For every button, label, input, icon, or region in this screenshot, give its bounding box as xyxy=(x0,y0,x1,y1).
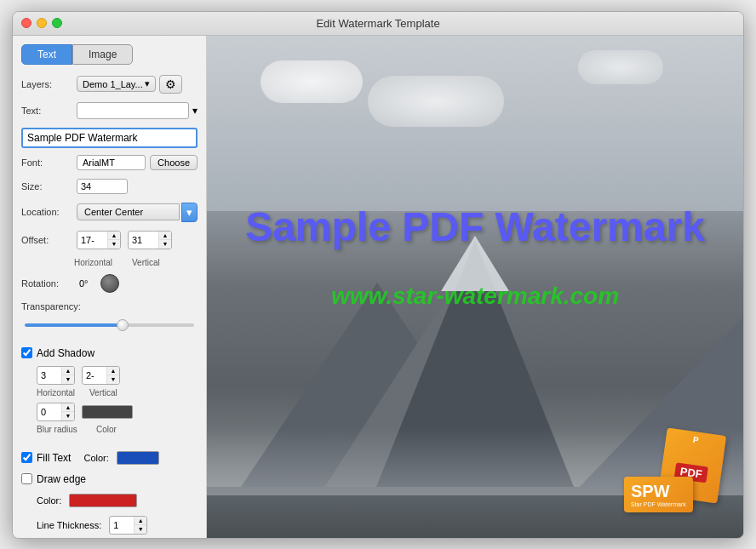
gear-icon: ⚙ xyxy=(165,77,176,91)
tab-bar: Text Image xyxy=(21,44,198,65)
cloud-3 xyxy=(578,50,663,84)
choose-font-button[interactable]: Choose xyxy=(150,155,198,170)
shadow-h-up[interactable]: ▲ xyxy=(62,367,74,375)
shadow-color-label: Color xyxy=(96,425,117,434)
close-button[interactable] xyxy=(21,18,32,28)
maximize-button[interactable] xyxy=(52,18,62,28)
layers-row: Layers: Demo 1_Lay... ▾ ⚙ xyxy=(21,75,198,94)
offset-vertical-value[interactable] xyxy=(129,233,158,247)
thickness-value[interactable] xyxy=(110,518,134,532)
transparency-slider-thumb[interactable] xyxy=(117,319,129,331)
thickness-down[interactable]: ▼ xyxy=(135,525,146,534)
shadow-v-up[interactable]: ▲ xyxy=(107,367,119,375)
blur-input[interactable]: ▲ ▼ xyxy=(37,403,75,421)
shadow-v-down[interactable]: ▼ xyxy=(107,375,119,384)
text-label-row: Text: ▾ xyxy=(21,102,198,119)
transparency-row: Transparency: xyxy=(21,301,198,312)
offset-h-down[interactable]: ▼ xyxy=(108,240,120,249)
titlebar: Edit Watermark Template xyxy=(13,12,743,36)
draw-edge-checkbox[interactable] xyxy=(21,473,32,484)
location-value: Center Center xyxy=(84,207,143,217)
size-row: Size: xyxy=(21,179,198,194)
shadow-checkbox[interactable] xyxy=(21,347,32,358)
shadow-h-value[interactable] xyxy=(37,369,61,382)
preview-area: Sample PDF Watermark www.star-watermark.… xyxy=(207,36,743,538)
draw-edge-label: Draw edge xyxy=(37,473,86,485)
fill-color-swatch[interactable] xyxy=(117,451,159,465)
tab-text[interactable]: Text xyxy=(21,44,72,65)
spw-text: SPW xyxy=(631,482,686,501)
blur-down[interactable]: ▼ xyxy=(62,412,74,420)
offset-horizontal-input[interactable]: ▲ ▼ xyxy=(77,231,121,249)
offset-h-up[interactable]: ▲ xyxy=(108,232,120,240)
blur-up[interactable]: ▲ xyxy=(62,403,74,412)
size-input[interactable] xyxy=(77,179,128,194)
font-label: Font: xyxy=(21,157,72,168)
blur-value[interactable] xyxy=(37,405,61,419)
location-label: Location: xyxy=(21,207,72,217)
sidebar: Text Image Layers: Demo 1_Lay... ▾ ⚙ xyxy=(13,36,207,538)
location-row: Location: Center Center ▾ xyxy=(21,203,198,222)
location-dropdown-arrow[interactable]: ▾ xyxy=(181,203,198,222)
layers-wrapper: Demo 1_Lay... ▾ ⚙ xyxy=(77,75,198,94)
transparency-label: Transparency: xyxy=(21,301,81,312)
shadow-h-down[interactable]: ▼ xyxy=(62,375,74,384)
window-title: Edit Watermark Template xyxy=(316,17,439,30)
line-thickness-row: Line Thickness: ▲ ▼ xyxy=(21,516,198,535)
tab-image[interactable]: Image xyxy=(72,44,133,65)
shadow-h-label: Horizontal xyxy=(37,388,77,397)
text-dropdown-arrow[interactable]: ▾ xyxy=(192,105,198,117)
rotation-row: Rotation: 0° xyxy=(21,274,198,293)
text-label: Text: xyxy=(21,106,72,116)
draw-edge-row: Draw edge xyxy=(21,473,198,485)
offset-horizontal-value[interactable] xyxy=(77,233,107,247)
thickness-input[interactable]: ▲ ▼ xyxy=(109,516,147,535)
watermark-main-text: Sample PDF Watermark xyxy=(245,203,705,249)
traffic-lights xyxy=(21,18,62,28)
cloud-1 xyxy=(261,60,363,103)
shadow-v-value[interactable] xyxy=(83,369,106,382)
shadow-h-group: ▲ ▼ xyxy=(37,366,75,385)
offset-vertical-group: ▲ ▼ xyxy=(128,231,172,249)
layers-label: Layers: xyxy=(21,79,72,89)
offset-v-down[interactable]: ▼ xyxy=(159,240,171,249)
draw-color-swatch[interactable] xyxy=(69,494,137,507)
rotation-knob[interactable] xyxy=(100,274,119,293)
thickness-label: Line Thickness: xyxy=(37,520,101,530)
fill-text-label: Fill Text xyxy=(37,452,71,464)
shadow-checkbox-row: Add Shadow xyxy=(21,347,198,359)
transparency-slider-track[interactable] xyxy=(25,323,194,327)
shadow-h-input[interactable]: ▲ ▼ xyxy=(37,366,75,385)
logo-area: P PDF SPW Star PDF Watermark xyxy=(624,427,726,512)
cloud-2 xyxy=(368,76,504,127)
offset-vertical-input[interactable]: ▲ ▼ xyxy=(128,231,172,249)
layers-gear-button[interactable]: ⚙ xyxy=(159,75,182,94)
spw-badge: SPW Star PDF Watermark xyxy=(624,477,693,512)
shadow-v-input[interactable]: ▲ ▼ xyxy=(82,366,120,385)
fill-text-checkbox[interactable] xyxy=(21,452,32,463)
shadow-label: Add Shadow xyxy=(37,347,94,359)
main-window: Edit Watermark Template Text Image Layer… xyxy=(12,11,744,539)
content-area: Text Image Layers: Demo 1_Lay... ▾ ⚙ xyxy=(13,36,743,538)
shadow-section: ▲ ▼ ▲ ▼ xyxy=(21,366,198,434)
text-input-row xyxy=(21,128,198,148)
fill-color-label: Color: xyxy=(83,453,108,463)
shadow-v-group: ▲ ▼ xyxy=(82,366,120,385)
minimize-button[interactable] xyxy=(37,18,47,28)
text-input[interactable] xyxy=(21,128,198,148)
offset-label: Offset: xyxy=(21,235,72,245)
shadow-color-swatch[interactable] xyxy=(82,405,133,419)
fill-text-row: Fill Text Color: xyxy=(21,451,198,465)
offset-label-row: Offset: ▲ ▼ xyxy=(21,231,198,249)
thickness-up[interactable]: ▲ xyxy=(135,517,146,525)
blur-label: Blur radius xyxy=(37,425,77,434)
size-label: Size: xyxy=(21,181,72,192)
layers-dropdown[interactable]: Demo 1_Lay... ▾ xyxy=(77,76,156,92)
draw-color-label: Color: xyxy=(37,495,61,506)
font-display: ArialMT xyxy=(77,155,146,170)
font-row: Font: ArialMT Choose xyxy=(21,155,198,170)
offset-v-up[interactable]: ▲ xyxy=(159,232,171,240)
pdf-p-label: P xyxy=(692,434,699,444)
rotation-value: 0° xyxy=(79,278,89,289)
offset-h-label: Horizontal xyxy=(74,258,117,267)
